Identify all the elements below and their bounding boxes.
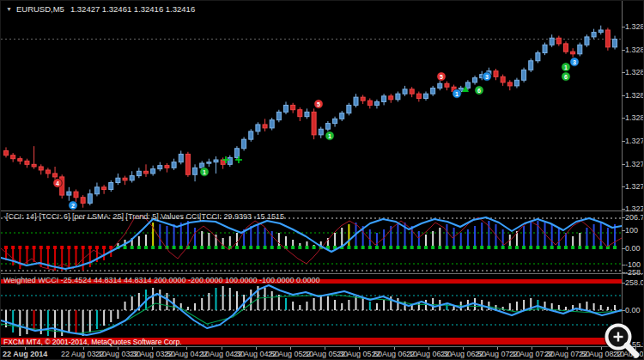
axis-tick (622, 50, 625, 51)
candle-body (158, 166, 162, 169)
candle-body (514, 80, 519, 86)
indicator1-label: -[CCI: 14]-[TCCI: 6] [per LSMA: 25] [Tre… (3, 212, 284, 221)
tcci-line (1, 217, 622, 269)
trend-square (173, 246, 176, 249)
trend-square (599, 246, 603, 249)
trend-square (60, 246, 64, 249)
candle-body (214, 160, 218, 162)
price-axis-label: 100 (625, 226, 638, 235)
trend-square (571, 246, 574, 249)
candle-body (116, 178, 120, 182)
candle-body (270, 120, 274, 128)
candle-body (207, 162, 211, 164)
trend-square (585, 246, 588, 249)
trend-square (529, 246, 532, 249)
copyright-banner: FXCM MT4, © 2001-2014, MetaQuotes Softwa… (3, 338, 182, 346)
time-tick (532, 347, 532, 350)
axis-tick (622, 141, 625, 142)
candle-body (81, 198, 85, 204)
trend-square (88, 246, 92, 249)
time-tick (394, 347, 395, 350)
trend-square (578, 246, 581, 249)
axis-tick (622, 272, 625, 273)
axis-tick (622, 209, 625, 210)
candle-body (416, 94, 421, 98)
trend-square (313, 246, 316, 249)
trend-square (264, 246, 267, 249)
trend-square (53, 246, 57, 249)
candle-body (543, 45, 547, 52)
trend-square (193, 246, 197, 249)
trend-square (438, 246, 441, 249)
trend-square (347, 246, 350, 249)
trend-square (67, 246, 70, 249)
price-axis-label: 258.0397 (625, 278, 644, 287)
trend-square (613, 246, 617, 249)
dropdown-arrow-icon[interactable]: ▼ (6, 6, 12, 12)
candle-body (249, 131, 253, 139)
candle-body (88, 194, 92, 204)
zoom-magnifier-icon[interactable] (602, 320, 643, 360)
trend-square (131, 246, 134, 249)
candle-body (325, 124, 330, 130)
trend-square (396, 246, 399, 249)
trend-square (75, 246, 78, 249)
candle-body (522, 70, 526, 80)
chart-graphics[interactable]: 421515163163 (1, 1, 644, 360)
trend-square (424, 246, 428, 249)
trend-square (39, 246, 43, 249)
candle-body (438, 83, 442, 88)
signal-marker-number: 1 (203, 169, 206, 175)
candle-body (598, 30, 603, 33)
trend-square (417, 246, 421, 249)
candle-body (32, 164, 36, 167)
trend-square (33, 246, 36, 249)
price-axis-label: 1.32885 (625, 22, 644, 31)
candle-body (403, 89, 407, 94)
time-tick (567, 347, 568, 350)
trend-square (501, 246, 505, 249)
candle-body (564, 44, 568, 52)
candle-body (556, 38, 561, 44)
candle-body (11, 156, 15, 159)
chart-title: ▼EURUSD,M51.32427 1.32461 1.32416 1.3241… (6, 4, 195, 14)
candle-body (550, 38, 554, 45)
candle-body (179, 154, 183, 162)
trend-square (18, 246, 21, 249)
candle-body (151, 169, 155, 174)
axis-tick (622, 248, 625, 249)
trend-square (382, 246, 386, 249)
signal-marker-number: 6 (477, 88, 481, 94)
trend-square (200, 246, 204, 249)
trend-square (495, 246, 498, 249)
candle-body (298, 110, 302, 117)
candle-body (410, 89, 414, 94)
trend-square (124, 246, 127, 249)
axis-tick (622, 230, 625, 231)
axis-tick (622, 265, 625, 265)
signal-marker-number: 2 (71, 203, 75, 209)
candle-body (585, 37, 589, 45)
candle-body (291, 105, 295, 109)
candle-body (130, 176, 134, 180)
trend-square (368, 246, 372, 249)
candle-body (123, 178, 127, 180)
trend-square (522, 246, 526, 249)
candle-body (571, 52, 575, 54)
candle-body (221, 160, 225, 164)
axis-tick (622, 27, 625, 27)
trend-square (95, 246, 99, 249)
trend-square (466, 246, 470, 249)
candle-body (374, 101, 379, 105)
time-tick (222, 347, 222, 350)
candle-body (368, 101, 372, 105)
time-tick (463, 347, 464, 350)
candle-body (144, 171, 149, 174)
trend-square (459, 246, 463, 249)
axis-tick (622, 217, 625, 218)
time-tick (325, 347, 325, 350)
signal-marker-number: 6 (564, 74, 568, 80)
candle-body (501, 76, 505, 82)
trend-square (355, 246, 358, 249)
trend-square (298, 246, 301, 249)
